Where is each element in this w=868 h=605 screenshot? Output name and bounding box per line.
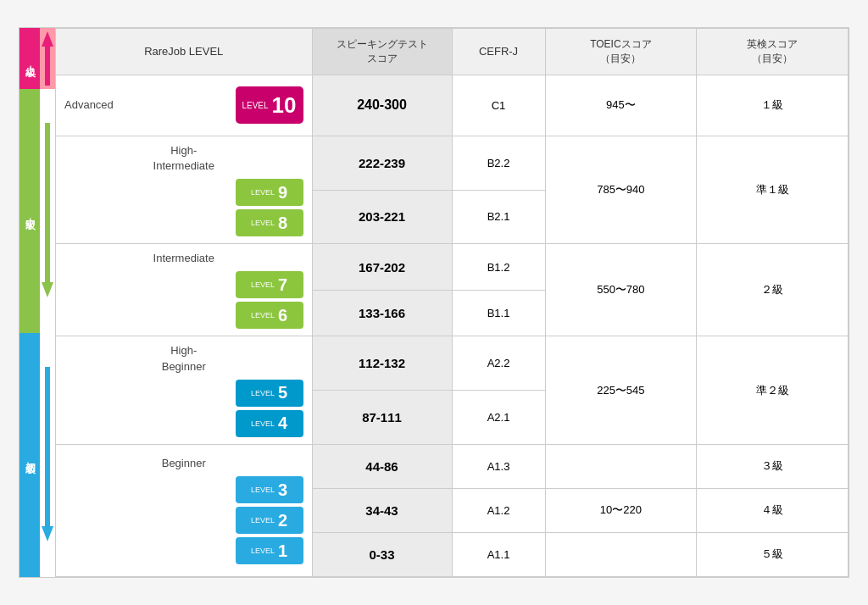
speaking-5: 112-132 — [312, 336, 452, 391]
header-toeic: TOEICスコア （目安） — [545, 29, 697, 75]
level-number-7: 7 — [278, 275, 287, 295]
level-badge-1: LEVEL 1 — [236, 537, 303, 564]
eiken-hi: 準１級 — [697, 136, 849, 243]
table-row: High- Beginner LEVEL 5 LEVEL 4 — [56, 336, 849, 391]
level-number-10: 10 — [272, 94, 297, 116]
header-eiken: 英検スコア （目安） — [697, 29, 849, 75]
level-text: LEVEL — [251, 219, 275, 227]
level-badge-10: LEVEL 10 — [236, 86, 303, 124]
svg-marker-5 — [42, 526, 53, 541]
cefrj-4: A2.1 — [452, 391, 545, 445]
cefrj-8: B2.1 — [452, 190, 545, 244]
level-text: LEVEL — [251, 516, 275, 525]
toeic-10: 945〜 — [545, 75, 697, 136]
level-number-3: 3 — [278, 480, 287, 500]
side-intermediate: 中級 — [19, 89, 40, 333]
side-advanced-label: 上級 — [23, 57, 37, 60]
level-badge-9: LEVEL 9 — [236, 179, 303, 206]
level-text: LEVEL — [242, 101, 268, 110]
cefrj-5: A2.2 — [452, 336, 545, 391]
level-badge-5: LEVEL 5 — [236, 380, 303, 407]
side-level-bar: 上級 中級 初級 — [19, 28, 40, 577]
level-badge-2: LEVEL 2 — [236, 507, 303, 534]
level-number-1: 1 — [278, 541, 287, 561]
eiken-hb: 準２級 — [697, 336, 849, 444]
speaking-2: 34-43 — [312, 488, 452, 532]
level-number-9: 9 — [278, 183, 287, 203]
table-row: Beginner LEVEL 3 LEVEL 2 LEVEL — [56, 444, 849, 488]
toeic-beg3-empty — [545, 532, 697, 576]
header-rarejob: RareJob LEVEL — [56, 29, 313, 75]
level-text: LEVEL — [251, 280, 275, 289]
cefrj-6: B1.1 — [452, 290, 545, 336]
speaking-7: 167-202 — [312, 244, 452, 291]
group-label-advanced: Advanced — [64, 97, 114, 113]
arrow-beginner — [40, 333, 55, 577]
eiken-beg2: ４級 — [697, 488, 849, 532]
level-number-2: 2 — [278, 511, 287, 530]
rarejob-cell-advanced: Advanced LEVEL 10 — [56, 75, 313, 136]
arrow-intermediate — [40, 89, 55, 333]
speaking-6: 133-166 — [312, 290, 452, 336]
header-speaking: スピーキングテスト スコア — [312, 29, 452, 75]
group-label-hi: High- Intermediate — [153, 143, 214, 174]
speaking-1: 0-33 — [312, 532, 452, 576]
table-row: High- Intermediate LEVEL 9 LEVEL 8 — [56, 136, 849, 190]
eiken-int: ２級 — [697, 244, 849, 336]
speaking-3: 44-86 — [312, 444, 452, 488]
rarejob-cell-hi1: High- Intermediate LEVEL 9 LEVEL 8 — [56, 136, 313, 243]
level-text: LEVEL — [251, 311, 275, 319]
toeic-beg2: 10〜220 — [545, 488, 697, 532]
eiken-beg3: ３級 — [697, 444, 849, 488]
level-badge-8: LEVEL 8 — [236, 209, 303, 236]
level-table: RareJob LEVEL スピーキングテスト スコア CEFR-J TOEIC… — [55, 28, 849, 577]
rarejob-cell-beg: Beginner LEVEL 3 LEVEL 2 LEVEL — [56, 444, 313, 576]
rarejob-cell-int: Intermediate LEVEL 7 LEVEL 6 — [56, 244, 313, 336]
level-number-4: 4 — [278, 414, 287, 433]
arrow-advanced — [40, 28, 55, 89]
cefrj-10: C1 — [452, 75, 545, 136]
cefrj-7: B1.2 — [452, 244, 545, 291]
speaking-8: 203-221 — [312, 190, 452, 244]
group-label-hb: High- Beginner — [162, 343, 206, 374]
toeic-int: 550〜780 — [545, 244, 697, 336]
arrow-col — [40, 28, 55, 577]
level-badge-7: LEVEL 7 — [236, 271, 303, 298]
toeic-beg1-empty — [545, 444, 697, 488]
group-label-int: Intermediate — [153, 251, 214, 266]
toeic-hi: 785〜940 — [545, 136, 697, 243]
side-beginner-label: 初級 — [23, 453, 37, 457]
level-badge-4: LEVEL 4 — [236, 410, 303, 437]
level-number-8: 8 — [278, 214, 287, 233]
level-text: LEVEL — [251, 486, 275, 494]
level-badge-3: LEVEL 3 — [236, 476, 303, 503]
rarejob-cell-hb: High- Beginner LEVEL 5 LEVEL 4 — [56, 336, 313, 444]
cefrj-1: A1.1 — [452, 532, 545, 576]
group-label-beg: Beginner — [162, 456, 206, 471]
svg-rect-1 — [45, 47, 50, 86]
cefrj-2: A1.2 — [452, 488, 545, 532]
level-text: LEVEL — [251, 188, 275, 197]
level-text: LEVEL — [251, 419, 275, 428]
table-row: Advanced LEVEL 10 240-300 C1 945〜 １級 — [56, 75, 849, 136]
side-intermediate-label: 中級 — [23, 209, 37, 213]
side-advanced: 上級 — [19, 28, 40, 89]
level-text: LEVEL — [251, 389, 275, 397]
svg-rect-2 — [45, 123, 50, 282]
level-number-6: 6 — [278, 306, 287, 325]
speaking-9: 222-239 — [312, 136, 452, 190]
level-text: LEVEL — [251, 547, 275, 555]
side-beginner: 初級 — [19, 333, 40, 577]
level-badge-6: LEVEL 6 — [236, 302, 303, 329]
toeic-hb: 225〜545 — [545, 336, 697, 444]
level-number-5: 5 — [278, 383, 287, 402]
svg-marker-3 — [42, 282, 53, 297]
speaking-4: 87-111 — [312, 391, 452, 445]
table-row: Intermediate LEVEL 7 LEVEL 6 — [56, 244, 849, 291]
speaking-10: 240-300 — [312, 75, 452, 136]
eiken-10: １級 — [697, 75, 849, 136]
svg-rect-4 — [45, 367, 50, 526]
svg-marker-0 — [42, 31, 53, 47]
cefrj-3: A1.3 — [452, 444, 545, 488]
header-cefrj: CEFR-J — [452, 29, 545, 75]
